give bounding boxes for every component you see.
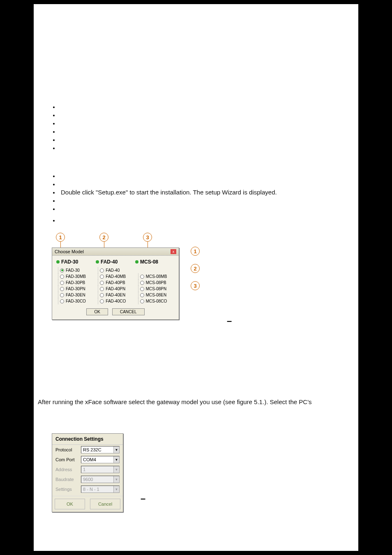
model-option[interactable]: MCS-08EN [138,292,175,298]
bullet-item [59,205,277,213]
connection-label: Protocol [55,447,81,452]
radio-icon[interactable] [60,299,64,303]
dot-icon [56,260,60,264]
bullet-item: Double click "Setup.exe" to start the in… [59,188,277,197]
radio-icon[interactable] [100,281,104,285]
radio-icon[interactable] [60,293,64,297]
model-option[interactable]: FAD-30PN [58,286,95,292]
chevron-down-icon: ▼ [113,466,119,473]
model-label: FAD-30MB [66,274,86,279]
model-col-2: FAD-40FAD-40MBFAD-40PBFAD-40PNFAD-40ENFA… [96,267,134,304]
connection-select: 8 - N - 1▼ [81,486,120,493]
model-option[interactable]: FAD-40EN [98,292,134,298]
header-label: MCS-08 [140,259,158,265]
choose-model-dialog: Choose Model x FAD-30 FAD-40 MCS-08 FAD-… [52,247,179,320]
radio-icon[interactable] [140,293,144,297]
dialog2-buttons: OK Cancel [52,496,123,512]
connection-label: Com Port [55,457,81,462]
connection-row: Address1▼ [52,465,123,474]
model-option[interactable]: MCS-08MB [138,273,175,280]
callout-1: 1 [191,247,200,256]
model-option[interactable]: MCS-08PB [138,280,175,286]
model-option[interactable]: FAD-30 [58,267,95,273]
connection-label: Baudrate [55,477,81,482]
connection-row: Com PortCOM4▼ [52,455,123,465]
radio-icon[interactable] [140,275,144,279]
model-label: FAD-40EN [106,293,125,297]
dash-separator: – [141,493,145,504]
connection-row: ProtocolRS 232C▼ [52,445,123,455]
radio-icon[interactable] [60,281,64,285]
callouts-right: 1 2 3 [191,247,200,290]
header-mcs08: MCS-08 [135,259,175,265]
radio-icon[interactable] [60,275,64,279]
dialog-title-text: Choose Model [55,249,84,254]
model-label: MCS-08PN [146,287,167,291]
model-option[interactable]: FAD-40PB [98,280,134,286]
model-label: FAD-30CO [66,299,86,303]
radio-icon[interactable] [60,287,64,291]
radio-icon[interactable] [60,268,64,273]
ok-button[interactable]: OK [86,308,108,315]
connection-select[interactable]: COM4▼ [81,456,120,463]
model-label: FAD-30 [66,268,80,273]
model-label: FAD-30PN [66,287,85,291]
cancel-button[interactable]: CANCEL [112,308,145,315]
paragraph-text: After running the xFace software select … [38,398,354,406]
model-option[interactable]: FAD-40PN [98,286,134,292]
radio-icon[interactable] [100,299,104,303]
model-option[interactable]: FAD-30EN [58,292,95,298]
model-headers: FAD-30 FAD-40 MCS-08 [56,259,175,265]
ok-button[interactable]: OK [55,499,85,509]
radio-icon[interactable] [100,287,104,291]
connection-value: COM4 [81,457,113,462]
model-label: FAD-40 [106,268,120,273]
model-option[interactable]: MCS-08PN [138,286,175,292]
close-icon[interactable]: x [171,249,176,254]
connection-value: RS 232C [81,447,113,452]
callout-1: 1 [56,233,65,242]
connection-select: 9600▼ [81,476,120,483]
bullet-item [59,180,277,188]
callout-3: 3 [143,233,152,242]
connection-label: Address [55,467,81,472]
radio-icon[interactable] [100,275,104,279]
model-option[interactable]: FAD-40MB [98,273,134,280]
model-option[interactable]: FAD-30PB [58,280,95,286]
chevron-down-icon[interactable]: ▼ [113,446,119,453]
chevron-down-icon[interactable]: ▼ [113,456,119,463]
model-label: FAD-40PB [106,280,125,285]
model-option[interactable]: FAD-40CO [98,298,134,304]
radio-icon[interactable] [100,268,104,273]
bullet-list-1 [53,103,59,152]
model-option[interactable]: MCS-08CO [138,298,175,304]
connection-rows: ProtocolRS 232C▼Com PortCOM4▼Address1▼Ba… [52,445,123,494]
connection-row: Settings8 - N - 1▼ [52,484,123,494]
radio-icon[interactable] [100,293,104,297]
bullet-item [59,197,277,205]
model-option[interactable]: FAD-30MB [58,273,95,280]
setup-text: Double click "Setup.exe" to start the in… [59,189,277,196]
connection-row: Baudrate9600▼ [52,474,123,484]
bullet-item [59,172,277,180]
header-label: FAD-30 [61,259,78,265]
connection-select[interactable]: RS 232C▼ [81,446,120,453]
model-label: FAD-30EN [66,293,85,297]
radio-icon[interactable] [140,287,144,291]
cancel-button[interactable]: Cancel [90,499,120,509]
model-label: MCS-08CO [146,299,167,303]
callout-3: 3 [191,281,200,290]
model-option[interactable]: FAD-40 [98,267,134,273]
connection-value: 8 - N - 1 [81,487,113,492]
model-label: MCS-08MB [146,274,167,279]
chevron-down-icon: ▼ [113,476,119,483]
callout-2: 2 [99,233,108,242]
model-label: MCS-08PB [146,280,166,285]
dash-separator: – [227,316,232,326]
chevron-down-icon: ▼ [113,486,119,493]
dialog2-title: Connection Settings [52,434,123,445]
radio-icon[interactable] [140,299,144,303]
radio-icon[interactable] [140,281,144,285]
page-content: Double click "Setup.exe" to start the in… [34,4,358,551]
model-option[interactable]: FAD-30CO [58,298,95,304]
